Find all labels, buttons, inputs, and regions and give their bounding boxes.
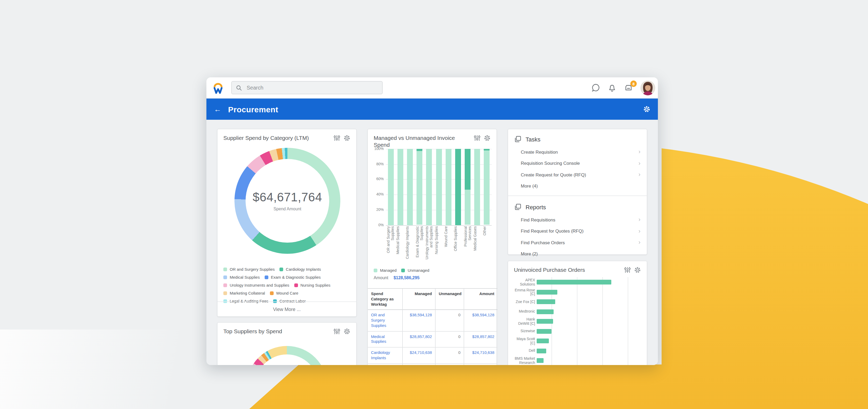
stacked-bar-chart[interactable]: 100%80%60%40%20%0%OR and SurgerySupplies… [368,148,497,268]
report-item[interactable]: More (2) [508,248,647,260]
workday-logo[interactable] [213,81,223,94]
settings-gear-icon[interactable] [343,328,350,335]
h-bar[interactable] [537,329,552,333]
h-bar[interactable] [537,309,554,314]
gridline [577,277,578,365]
reports-list: Find Requisitions›Find Request for Quote… [508,214,647,260]
table-cell[interactable]: Medical Supplies [368,331,403,348]
chat-icon [591,83,600,92]
bar-segment-managed[interactable] [484,150,490,225]
table-cell[interactable]: $38,594,128 [403,310,436,332]
bar-segment-managed[interactable] [465,190,470,225]
bar-segment-managed[interactable] [426,149,432,225]
header-settings-gear-icon[interactable] [643,106,650,113]
task-item[interactable]: Create Requisition› [508,146,647,157]
h-bar[interactable] [537,280,611,285]
bar-segment-unmanaged[interactable] [416,149,422,151]
h-bar[interactable] [537,290,558,294]
table-cell[interactable]: Exam & Diagnostic Supplies [368,364,403,365]
view-more-link[interactable]: View More ... [218,301,356,316]
bar-segment-unmanaged[interactable] [455,149,461,225]
chevron-right-icon: › [639,160,641,166]
table-link[interactable]: $28,857,802 [410,334,432,339]
table-cell[interactable]: $24,710,638 [464,348,497,364]
table-link[interactable]: $28,857,802 [472,334,494,339]
avatar[interactable] [641,80,655,95]
stacked-bar[interactable] [407,149,413,225]
table-cell[interactable]: $21,838,870 [403,364,436,365]
x-axis-label: Wound Care [444,226,453,263]
stacked-bar[interactable] [416,149,422,225]
tasks-stack-icon [515,136,521,143]
bar-segment-managed[interactable] [388,149,394,225]
task-item[interactable]: More (4) [508,180,647,192]
settings-gear-icon[interactable] [484,135,491,142]
table-cell[interactable]: Cardiology Implants [368,348,403,364]
table-cell[interactable]: $675,000 [436,364,464,365]
h-bar[interactable] [537,319,553,324]
notifications-button[interactable] [608,83,617,92]
stacked-bar[interactable] [465,149,470,225]
list-item-label: Find Purchase Orders [521,240,565,245]
reports-section-header: Reports [508,197,647,214]
table-link[interactable]: $38,594,128 [410,313,432,318]
stacked-bar[interactable] [484,149,490,225]
chat-button[interactable] [591,83,600,92]
bar-segment-managed[interactable] [407,149,413,225]
h-bar[interactable] [537,348,547,353]
report-item[interactable]: Find Requisitions› [508,214,647,226]
bar-segment-managed[interactable] [416,151,422,225]
task-item[interactable]: Requisition Sourcing Console› [508,157,647,169]
h-bar[interactable] [537,358,543,363]
x-axis-label: Urology Instrumentsand Supplies [425,226,433,263]
stacked-bar[interactable] [474,149,480,225]
bar-segment-managed[interactable] [436,149,442,225]
filter-sliders-icon[interactable] [334,135,340,142]
search-input[interactable] [246,84,378,91]
stacked-bar[interactable] [436,149,442,225]
top-suppliers-donut-chart[interactable] [247,346,327,365]
table-link[interactable]: $24,710,638 [410,350,432,355]
filter-sliders-icon[interactable] [334,328,340,335]
stacked-bar[interactable] [426,149,432,225]
bar-segment-managed[interactable] [445,149,451,225]
table-link[interactable]: $24,710,638 [472,350,494,355]
bar-segment-managed[interactable] [398,149,403,225]
table-cell[interactable]: $28,857,802 [464,331,497,348]
card-title: Top Suppliers by Spend [223,328,329,335]
h-bar[interactable] [537,299,555,304]
inbox-button[interactable]: 8 [624,83,633,92]
table-cell[interactable]: $24,710,638 [403,348,436,364]
stacked-bar[interactable] [445,149,451,225]
back-button[interactable]: ← [214,106,221,113]
filter-sliders-icon[interactable] [474,135,480,142]
report-item[interactable]: Find Purchase Orders› [508,237,647,248]
stacked-bar[interactable] [388,149,394,225]
card-title: Supplier Spend by Category (LTM) [223,135,329,142]
bar-segment-managed[interactable] [474,149,480,225]
table-cell[interactable]: $22,513,870 [464,364,497,365]
table-link[interactable]: $38,594,128 [472,313,494,318]
settings-gear-icon[interactable] [343,135,350,142]
stacked-bar[interactable] [398,149,403,225]
settings-gear-icon[interactable] [634,266,641,273]
bar-label: BMS MarketResearch [514,356,535,364]
gridline [628,277,628,365]
bar-segment-unmanaged[interactable] [465,149,470,190]
filter-sliders-icon[interactable] [624,266,631,273]
task-item[interactable]: Create Request for Quote (RFQ)› [508,169,647,180]
global-search[interactable] [231,81,383,94]
table-link[interactable]: Medical Supplies [371,334,386,344]
table-link[interactable]: Cardiology Implants [371,350,390,360]
h-bar[interactable] [537,339,549,343]
report-item[interactable]: Find Request for Quotes (RFQ)› [508,226,647,237]
table-cell[interactable]: $38,594,128 [464,310,497,332]
amount-value[interactable]: $128,586,295 [394,275,420,280]
table-cell[interactable]: $28,857,802 [403,331,436,348]
supplier-spend-donut-chart[interactable]: $64,671,764 Spend Amount [235,148,340,254]
uninvoiced-bar-chart[interactable]: APEXSolutionsEmma Rose[C]Zoe Fox [C]Medt… [514,277,642,365]
table-cell[interactable]: OR and Surgery Supplies [368,310,403,332]
bar-label: Sizewise [514,329,535,333]
stacked-bar[interactable] [455,149,461,225]
table-link[interactable]: OR and Surgery Supplies [371,313,386,328]
